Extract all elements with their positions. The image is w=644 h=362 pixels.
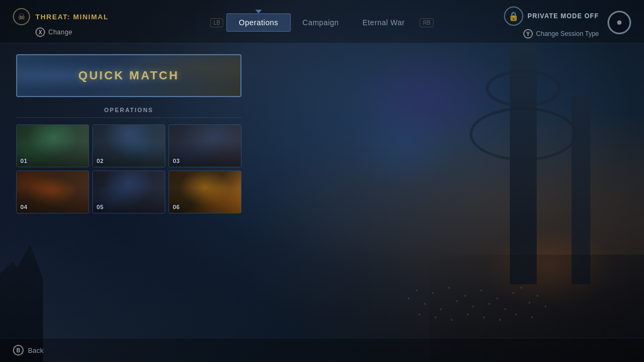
session-row[interactable]: Y Change Session Type bbox=[523, 29, 599, 39]
rb-hint: RB bbox=[420, 18, 434, 27]
op-number-5: 05 bbox=[97, 204, 104, 210]
operation-card-03[interactable]: 03 bbox=[169, 124, 241, 167]
bottom-bar: B Back bbox=[0, 338, 644, 362]
tab-arrow bbox=[255, 10, 262, 13]
operation-card-04[interactable]: 04 bbox=[16, 171, 89, 213]
tab-operations[interactable]: Operations bbox=[226, 13, 290, 32]
threat-section: ☠ THREAT: MINIMAL X Change bbox=[13, 8, 109, 37]
operations-header: OPERATIONS bbox=[16, 107, 241, 118]
threat-header: ☠ THREAT: MINIMAL bbox=[13, 8, 108, 25]
tab-campaign[interactable]: Campaign bbox=[291, 14, 351, 31]
skull-icon: ☠ bbox=[13, 8, 30, 25]
operation-card-01[interactable]: 01 bbox=[16, 124, 89, 167]
top-bar: ☠ THREAT: MINIMAL X Change LB Operations… bbox=[0, 0, 644, 43]
operation-card-02[interactable]: 02 bbox=[92, 124, 165, 167]
operations-section: OPERATIONS 01 02 bbox=[16, 107, 241, 213]
private-section: 🔒 PRIVATE MODE OFF Y Change Session Type bbox=[481, 6, 599, 39]
operation-card-05[interactable]: 05 bbox=[92, 171, 165, 213]
quick-match-button[interactable]: QUICK MATCH bbox=[16, 54, 241, 97]
change-label: Change bbox=[48, 28, 72, 36]
op-number-3: 03 bbox=[173, 158, 180, 164]
lock-icon: 🔒 bbox=[504, 6, 523, 26]
operations-grid: 01 02 03 bbox=[16, 124, 241, 213]
tab-eternal-war[interactable]: Eternal War bbox=[350, 14, 416, 31]
back-label: Back bbox=[28, 346, 43, 354]
op-number-2: 02 bbox=[97, 158, 104, 164]
content-area: QUICK MATCH OPERATIONS 01 bbox=[0, 43, 644, 338]
nav-tabs: LB Operations Campaign Eternal War RB bbox=[207, 13, 437, 32]
player-indicator bbox=[608, 11, 631, 34]
lb-hint: LB bbox=[210, 18, 223, 27]
op-number-4: 04 bbox=[20, 204, 27, 210]
b-button-icon: B bbox=[13, 345, 24, 356]
op-number-1: 01 bbox=[20, 158, 27, 164]
private-mode-label: PRIVATE MODE OFF bbox=[528, 12, 599, 20]
main-screen: ☠ THREAT: MINIMAL X Change LB Operations… bbox=[0, 0, 644, 362]
op-number-6: 06 bbox=[173, 204, 180, 210]
operation-card-06[interactable]: 06 bbox=[169, 171, 241, 213]
private-mode-row: 🔒 PRIVATE MODE OFF bbox=[504, 6, 599, 26]
x-button-icon: X bbox=[35, 27, 45, 37]
session-change-label: Change Session Type bbox=[536, 30, 599, 38]
quick-match-label: QUICK MATCH bbox=[78, 69, 179, 83]
threat-label: THREAT: MINIMAL bbox=[35, 13, 108, 21]
y-button-icon: Y bbox=[523, 29, 533, 39]
back-button[interactable]: B Back bbox=[13, 345, 43, 356]
player-dot bbox=[617, 20, 621, 25]
threat-change[interactable]: X Change bbox=[35, 27, 72, 37]
left-panel: QUICK MATCH OPERATIONS 01 bbox=[16, 54, 268, 327]
